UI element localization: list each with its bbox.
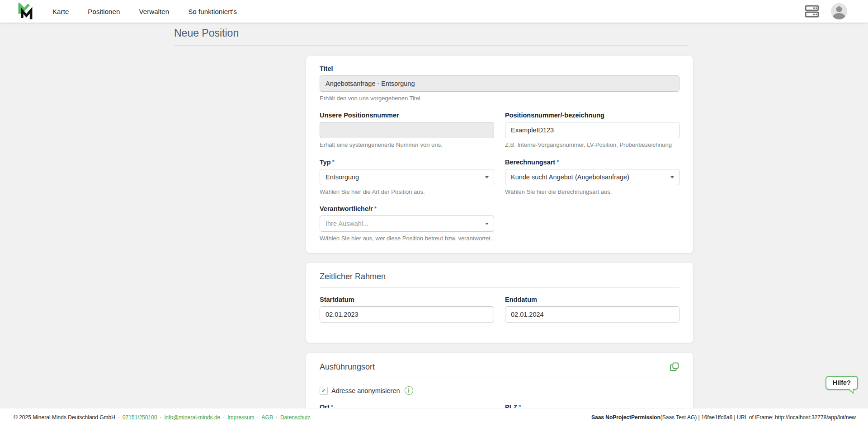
unsere-positionsnummer-group: Unsere Positionsnummer Erhält eine syste… <box>320 112 494 149</box>
positionsnummer-label: Positionsnummer/-bezeichnung <box>505 112 679 119</box>
anonymize-checkbox[interactable]: ✓ <box>320 387 328 395</box>
typ-berechnungsart-row: Typ* Entsorgung Wählen Sie hier die Art … <box>320 159 679 205</box>
typ-label-text: Typ <box>320 159 331 166</box>
anonymize-checkbox-label[interactable]: Adresse anonymisieren <box>331 387 400 394</box>
position-number-row: Unsere Positionsnummer Erhält eine syste… <box>320 112 679 158</box>
position-details-card: Titel Erhält den von uns vorgegebenen Ti… <box>306 56 693 253</box>
help-button[interactable]: Hilfe? <box>826 376 858 390</box>
anonymize-address-row: ✓ Adresse anonymisieren i <box>320 386 679 395</box>
app-logo[interactable] <box>16 2 34 20</box>
footer-separator: · <box>160 414 162 421</box>
verantwortliche-group: Verantwortliche/r* Ihre Auswahl... Wähle… <box>320 205 494 242</box>
footer-link-impressum[interactable]: Impressum <box>227 414 254 421</box>
nav-item-karte[interactable]: Karte <box>52 8 69 15</box>
saas-permission-text: Saas NoProjectPermission <box>591 414 660 421</box>
page-title: Neue Position <box>174 27 689 46</box>
verantwortliche-row: Verantwortliche/r* Ihre Auswahl... Wähle… <box>320 205 679 242</box>
main-content: Neue Position Titel Erhält den von uns v… <box>0 23 868 408</box>
ausfuehrungsort-card: Ausführungsort ✓ Adresse anonymisieren i <box>306 353 693 408</box>
ausfuehrungsort-title: Ausführungsort <box>320 362 375 372</box>
required-asterisk: * <box>374 205 377 212</box>
verantwortliche-hint: Wählen Sie hier aus, wer diese Position … <box>320 235 494 242</box>
plz-label: PLZ* <box>505 403 679 408</box>
required-asterisk: * <box>331 403 333 408</box>
navbar: Karte Positionen Verwalten So funktionie… <box>0 0 868 23</box>
page-container: Neue Position Titel Erhält den von uns v… <box>174 23 689 408</box>
footer-right: Saas NoProjectPermission (Saas Test AG) … <box>591 414 856 421</box>
berechnungsart-group: Berechnungsart* Kunde sucht Angebot (Ang… <box>505 159 679 205</box>
nav-item-positionen[interactable]: Positionen <box>88 8 120 15</box>
required-asterisk: * <box>519 403 521 408</box>
positionsnummer-group: Positionsnummer/-bezeichnung Z.B. Intern… <box>505 112 679 158</box>
avatar-head-icon <box>836 6 842 12</box>
positionsnummer-hint: Z.B. Interne-Vorgangsnummer, LV-Position… <box>505 141 679 149</box>
berechnungsart-label: Berechnungsart* <box>505 159 679 166</box>
nav-item-verwalten[interactable]: Verwalten <box>139 8 169 15</box>
plz-group: PLZ* <box>505 403 679 408</box>
footer-separator: · <box>118 414 120 421</box>
navbar-left: Karte Positionen Verwalten So funktionie… <box>16 2 237 20</box>
berechnungsart-select[interactable]: Kunde sucht Angebot (Angebotsanfrage) <box>505 169 679 185</box>
titel-label: Titel <box>320 65 679 72</box>
plz-label-text: PLZ <box>505 403 517 408</box>
typ-group: Typ* Entsorgung Wählen Sie hier die Art … <box>320 159 494 196</box>
nav-item-so-funktionierts[interactable]: So funktioniert's <box>188 8 237 15</box>
unsere-positionsnummer-hint: Erhält eine systemgenerierte Nummer von … <box>320 141 494 149</box>
unsere-positionsnummer-input <box>320 122 494 138</box>
positionsnummer-input[interactable] <box>505 122 679 138</box>
form-cards: Titel Erhält den von uns vorgegebenen Ti… <box>306 46 693 408</box>
startdatum-label: Startdatum <box>320 296 494 303</box>
footer-link-email[interactable]: info@mineral-minds.de <box>165 414 221 421</box>
avatar-body-icon <box>833 13 845 19</box>
checkmark-icon: ✓ <box>321 388 326 393</box>
navbar-right <box>805 3 847 19</box>
typ-select[interactable]: Entsorgung <box>320 169 494 185</box>
footer-left: © 2025 Mineral Minds Deutschland GmbH · … <box>14 414 311 421</box>
ort-group: Ort* <box>320 403 494 408</box>
server-stack-glyph <box>805 5 819 18</box>
ort-plz-row: Ort* PLZ* <box>320 403 679 408</box>
footer-separator: · <box>276 414 278 421</box>
verantwortliche-label-text: Verantwortliche/r <box>320 205 373 212</box>
chevron-down-icon <box>485 176 489 178</box>
verantwortliche-select[interactable]: Ihre Auswahl... <box>320 215 494 232</box>
footer-link-datenschutz[interactable]: Datenschutz <box>280 414 311 421</box>
copy-icon[interactable] <box>670 362 679 372</box>
saas-info-text: (Saas Test AG) | 16fae1ffc6a6 | URL of i… <box>660 414 856 421</box>
ort-label-text: Ort <box>320 403 330 408</box>
footer-link-phone[interactable]: 07151/250100 <box>123 414 157 421</box>
required-asterisk: * <box>557 159 559 165</box>
date-row: Startdatum Enddatum <box>320 296 679 332</box>
user-avatar[interactable] <box>831 3 847 19</box>
ort-label: Ort* <box>320 403 494 408</box>
typ-label: Typ* <box>320 159 494 166</box>
berechnungsart-select-value: Kunde sucht Angebot (Angebotsanfrage) <box>511 173 629 181</box>
zeitlicher-rahmen-header: Zeitlicher Rahmen <box>320 272 679 288</box>
startdatum-group: Startdatum <box>320 296 494 323</box>
typ-hint: Wählen Sie hier die Art der Position aus… <box>320 188 494 196</box>
zeitlicher-rahmen-card: Zeitlicher Rahmen Startdatum Enddatum <box>306 263 693 343</box>
copy-glyph <box>670 362 679 372</box>
server-stack-icon[interactable] <box>805 5 819 18</box>
footer-link-agb[interactable]: AGB <box>262 414 273 421</box>
startdatum-input[interactable] <box>320 306 494 323</box>
ausfuehrungsort-header: Ausführungsort <box>320 362 679 378</box>
footer-separator: · <box>223 414 225 421</box>
berechnungsart-hint: Wählen Sie hier die Berechnungsart aus. <box>505 188 679 196</box>
footer: © 2025 Mineral Minds Deutschland GmbH · … <box>0 408 868 426</box>
enddatum-group: Enddatum <box>505 296 679 332</box>
verantwortliche-select-placeholder: Ihre Auswahl... <box>326 220 368 227</box>
titel-hint: Erhält den von uns vorgegebenen Titel. <box>320 95 679 102</box>
info-icon[interactable]: i <box>405 386 413 395</box>
main-nav: Karte Positionen Verwalten So funktionie… <box>52 8 237 15</box>
unsere-positionsnummer-label: Unsere Positionsnummer <box>320 112 494 119</box>
zeitlicher-rahmen-title: Zeitlicher Rahmen <box>320 272 386 281</box>
enddatum-input[interactable] <box>505 306 679 323</box>
berechnungsart-label-text: Berechnungsart <box>505 159 555 166</box>
titel-field-group: Titel Erhält den von uns vorgegebenen Ti… <box>320 65 679 102</box>
mineral-minds-logo-icon <box>17 3 34 20</box>
typ-select-value: Entsorgung <box>326 173 359 181</box>
copyright-text: © 2025 Mineral Minds Deutschland GmbH <box>14 414 115 421</box>
required-asterisk: * <box>332 159 335 165</box>
footer-separator: · <box>257 414 259 421</box>
